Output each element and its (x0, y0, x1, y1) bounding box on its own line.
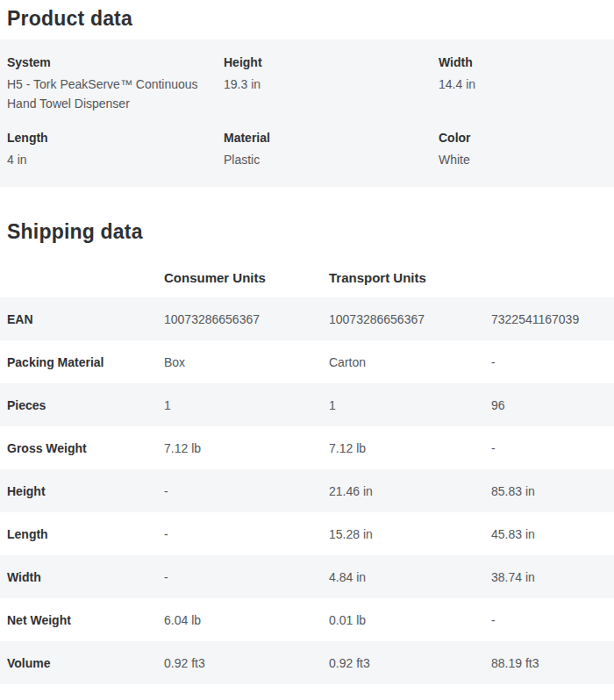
table-row-pieces: Pieces 1 1 96 (0, 383, 614, 426)
cell: - (164, 555, 329, 598)
field-color: Color White (439, 131, 607, 169)
field-label: Material (224, 131, 439, 145)
row-label: Gross Weight (0, 426, 164, 469)
field-value: White (439, 150, 607, 169)
table-row-gross-weight: Gross Weight 7.12 lb 7.12 lb - (0, 426, 614, 469)
cell: 7322541167039 (491, 297, 614, 340)
cell: Carton (329, 340, 491, 383)
cell: 0.92 ft3 (164, 641, 329, 684)
row-label: EAN (0, 297, 164, 340)
cell: 85.83 in (491, 469, 614, 512)
cell: 0.92 ft3 (329, 641, 491, 684)
table-row-packing-material: Packing Material Box Carton - (0, 340, 614, 383)
field-value: Plastic (224, 150, 430, 169)
row-label: Packing Material (0, 340, 164, 383)
cell: 1 (164, 383, 329, 426)
field-label: Height (224, 55, 439, 69)
cell: 0.01 lb (329, 598, 491, 641)
field-height: Height 19.3 in (224, 55, 439, 113)
cell: 88.19 ft3 (491, 641, 614, 684)
cell: 10073286656367 (329, 297, 491, 340)
field-value: H5 - Tork PeakServe™ Continuous Hand Tow… (7, 75, 213, 113)
row-label: Width (0, 555, 164, 598)
field-material: Material Plastic (224, 131, 439, 169)
product-data-panel: System H5 - Tork PeakServe™ Continuous H… (0, 39, 614, 187)
table-row-length: Length - 15.28 in 45.83 in (0, 512, 614, 555)
field-value: 4 in (7, 150, 213, 169)
field-value: 14.4 in (439, 75, 607, 94)
cell: 10073286656367 (164, 297, 329, 340)
cell: 4.84 in (329, 555, 491, 598)
row-label: Net Weight (0, 598, 164, 641)
field-label: Width (439, 55, 607, 69)
table-row-height: Height - 21.46 in 85.83 in (0, 469, 614, 512)
table-header-row: Consumer Units Transport Units (0, 270, 614, 297)
row-label: Length (0, 512, 164, 555)
row-label: Height (0, 469, 164, 512)
cell: 7.12 lb (164, 426, 329, 469)
field-label: Length (7, 131, 224, 145)
column-header-consumer-units: Consumer Units (164, 270, 329, 297)
cell: 7.12 lb (329, 426, 491, 469)
field-label: System (7, 55, 224, 69)
table-row-volume: Volume 0.92 ft3 0.92 ft3 88.19 ft3 (0, 641, 614, 684)
cell: 6.04 lb (164, 598, 329, 641)
cell: - (491, 426, 614, 469)
column-header-blank (0, 270, 164, 297)
cell: 15.28 in (329, 512, 491, 555)
field-length: Length 4 in (7, 131, 224, 169)
cell: - (491, 598, 614, 641)
cell: 96 (491, 383, 614, 426)
shipping-table: Consumer Units Transport Units EAN 10073… (0, 270, 614, 684)
cell: - (491, 340, 614, 383)
row-label: Volume (0, 641, 164, 684)
cell: - (164, 512, 329, 555)
cell: Box (164, 340, 329, 383)
table-row-net-weight: Net Weight 6.04 lb 0.01 lb - (0, 598, 614, 641)
table-row-width: Width - 4.84 in 38.74 in (0, 555, 614, 598)
product-data-heading: Product data (0, 7, 614, 31)
column-header-transport-units: Transport Units (329, 270, 491, 297)
row-label: Pieces (0, 383, 164, 426)
field-system: System H5 - Tork PeakServe™ Continuous H… (7, 55, 224, 113)
cell: - (164, 469, 329, 512)
cell: 1 (329, 383, 491, 426)
cell: 45.83 in (491, 512, 614, 555)
shipping-data-heading: Shipping data (0, 220, 614, 244)
cell: 38.74 in (491, 555, 614, 598)
cell: 21.46 in (329, 469, 491, 512)
field-value: 19.3 in (224, 75, 430, 94)
field-label: Color (439, 131, 607, 145)
field-width: Width 14.4 in (439, 55, 607, 113)
product-spec-page: Product data System H5 - Tork PeakServe™… (0, 7, 614, 684)
table-row-ean: EAN 10073286656367 10073286656367 732254… (0, 297, 614, 340)
column-header-blank (491, 270, 614, 297)
